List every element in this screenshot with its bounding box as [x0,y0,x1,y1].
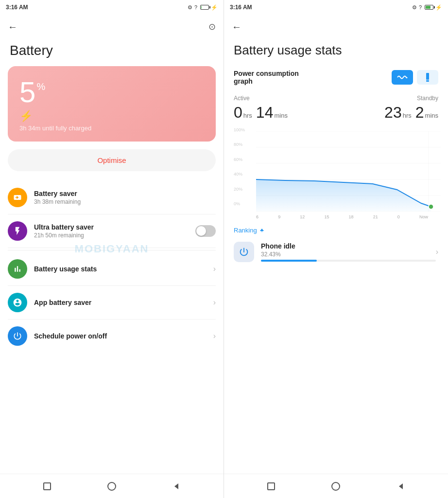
power-consumption-row: Power consumptiongraph [224,66,448,91]
active-usage-col: Active 0 hrs 14 mins [234,95,336,122]
x-label-0: 0 [397,214,400,219]
svg-marker-14 [260,230,264,232]
app-battery-saver-text: App battery saver [34,299,213,306]
y-label-100: 100% [234,127,245,132]
right-nav-square-button[interactable] [264,479,278,494]
svg-marker-17 [399,483,403,489]
svg-point-16 [332,482,340,490]
charging-time: 3h 34m until fully charged [19,124,204,132]
battery-card: 5 % ⚡ 3h 34m until fully charged [8,66,216,142]
standby-mins-unit: mins [425,112,438,119]
ultra-battery-saver-label: Ultra battery saver [34,223,195,231]
left-status-bar: 3:16 AM ⚙ ? ⚡ [0,0,224,15]
schedule-power-item[interactable]: Schedule power on/off › [8,320,216,353]
battery-chart: 100% 80% 60% 40% 20% 0% [224,124,448,221]
ultra-battery-saver-text: Ultra battery saver 21h 50m remaining [34,223,195,239]
x-label-12: 12 [300,214,305,219]
x-label-now: Now [419,214,428,219]
left-top-nav: ← ⊙ [0,15,224,39]
active-mins-num: 14 [256,104,274,122]
ultra-battery-saver-sublabel: 21h 50m remaining [34,232,195,239]
right-page-title: Battery usage stats [224,39,448,66]
battery-saver-text: Battery saver 3h 38m remaining [34,190,216,205]
charging-status-icon: ⚡ [211,4,218,11]
right-question-status-icon: ? [419,4,422,10]
battery-saver-sublabel: 3h 38m remaining [34,198,216,205]
right-top-nav: ← [224,15,448,39]
battery-usage-stats-text: Battery usage stats [34,265,213,273]
svg-rect-3 [426,73,429,80]
nav-back-button[interactable] [169,479,184,494]
menu-divider-1 [8,250,216,250]
power-toggle-bar[interactable] [417,70,438,85]
ranking-label: Ranking [234,227,257,234]
nav-square-button[interactable] [40,479,54,494]
right-battery-fill [426,6,431,9]
power-consumption-label: Power consumptiongraph [234,70,392,85]
y-label-0: 0% [234,201,245,206]
app-battery-saver-icon [8,293,27,312]
x-label-21: 21 [373,214,378,219]
phone-idle-percent: 32.43% [261,251,436,258]
battery-saver-label: Battery saver [34,190,216,197]
ultra-battery-saver-item[interactable]: Ultra battery saver 21h 50m remaining [8,214,216,248]
phone-idle-bar [261,260,436,262]
right-charging-icon: ⚡ [435,4,442,11]
y-label-80: 80% [234,142,245,147]
svg-rect-0 [44,483,51,490]
battery-status-icon [200,5,209,10]
x-label-15: 15 [324,214,329,219]
x-label-18: 18 [349,214,354,219]
right-nav-back-button[interactable] [394,479,408,494]
battery-usage-stats-chevron: › [213,265,216,273]
ranking-row[interactable]: Ranking [224,221,448,237]
active-hrs-num: 0 [234,104,242,122]
battery-saver-item[interactable]: Battery saver 3h 38m remaining [8,181,216,214]
page-title: Battery [0,39,224,66]
svg-rect-15 [268,483,275,490]
right-panel: 3:16 AM ⚙ ? ⚡ ← Battery usage stats Powe… [224,0,448,498]
power-toggle-wave[interactable] [392,70,413,85]
phone-idle-chevron: › [436,248,438,256]
ultra-battery-toggle[interactable] [195,225,216,237]
battery-usage-stats-icon [8,259,27,279]
phone-idle-app-icon [234,242,254,262]
app-battery-saver-item[interactable]: App battery saver › [8,286,216,320]
battery-saver-icon [8,188,27,207]
y-label-20: 20% [234,187,245,192]
battery-fill [201,6,202,9]
phone-idle-name: Phone idle [261,242,436,250]
right-nav-home-button[interactable] [328,479,343,494]
svg-marker-2 [174,483,178,489]
app-battery-saver-chevron: › [213,298,216,307]
nav-home-button[interactable] [104,479,119,494]
phone-idle-item[interactable]: Phone idle 32.43% › [224,237,448,267]
svg-point-1 [108,482,116,490]
back-button[interactable]: ← [8,21,17,33]
x-label-9: 9 [278,214,280,219]
nav-settings-icon[interactable]: ⊙ [208,21,216,32]
battery-percent-number: 5 [19,78,35,107]
chart-svg [256,131,448,212]
left-time: 3:16 AM [6,4,28,11]
phone-idle-text: Phone idle 32.43% [261,242,436,262]
battery-usage-stats-item[interactable]: Battery usage stats › [8,252,216,286]
standby-hrs-unit: hrs [403,112,412,119]
svg-rect-4 [426,80,429,82]
active-time: 0 hrs 14 mins [234,104,336,122]
standby-time: 23 hrs 2 mins [336,104,439,122]
right-time: 3:16 AM [230,4,252,11]
ultra-battery-saver-icon [8,221,27,241]
menu-section: Battery saver 3h 38m remaining Ultra bat… [0,181,224,353]
question-status-icon: ? [194,4,197,10]
left-status-icons: ⚙ ? ⚡ [188,4,218,11]
standby-hrs-num: 23 [384,104,402,122]
optimise-button[interactable]: Optimise [8,149,216,171]
standby-label: Standby [336,95,439,102]
y-label-60: 60% [234,157,245,162]
schedule-power-icon [8,326,27,346]
schedule-power-chevron: › [213,332,216,340]
right-status-bar: 3:16 AM ⚙ ? ⚡ [224,0,448,15]
right-back-button[interactable]: ← [232,21,241,33]
y-label-40: 40% [234,172,245,177]
